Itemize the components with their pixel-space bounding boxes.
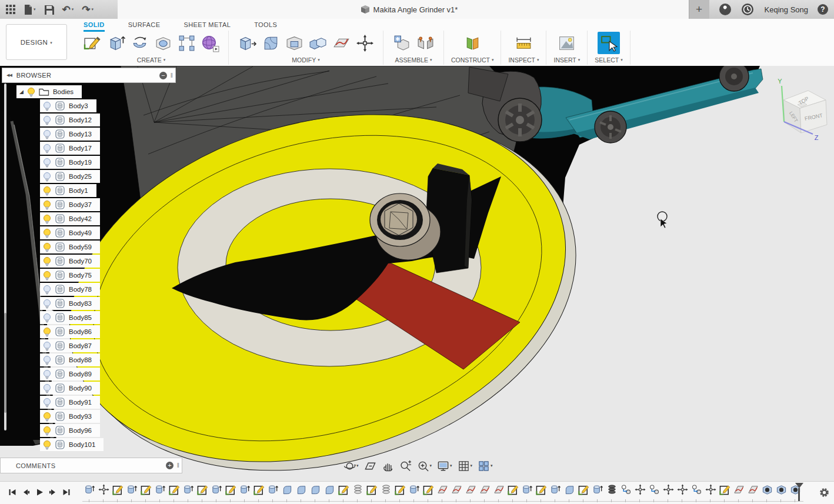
body-name[interactable]: Body89 <box>69 371 92 378</box>
comments-bar[interactable]: COMMENTS + ‖ <box>0 458 182 473</box>
visibility-bulb-icon[interactable] <box>43 172 51 182</box>
user-name[interactable]: Keqing Song <box>754 5 818 14</box>
playback-button[interactable] <box>8 488 16 496</box>
tool-icon[interactable] <box>283 32 305 54</box>
browser-scrollbar-thumb[interactable] <box>4 313 6 413</box>
undo-button[interactable]: ↶▾ <box>62 5 74 15</box>
nav-button[interactable]: ▾ <box>478 460 493 472</box>
body-name[interactable]: Body101 <box>69 441 95 448</box>
tool-icon[interactable] <box>414 32 436 54</box>
nav-button[interactable]: ▾ <box>343 460 359 472</box>
ribbon-tab[interactable]: SHEET METAL <box>184 19 231 30</box>
body-row[interactable]: Body91 <box>40 396 100 409</box>
timeline-feature[interactable] <box>308 483 322 503</box>
timeline-feature[interactable] <box>746 483 760 503</box>
browser-header[interactable]: ◀◀ BROWSER − ‖ <box>2 68 176 83</box>
visibility-bulb-icon[interactable] <box>43 426 51 436</box>
timeline-feature[interactable] <box>421 483 435 503</box>
nav-button[interactable]: ▾ <box>364 460 376 472</box>
group-dropdown[interactable]: SELECT▾ <box>595 56 622 64</box>
visibility-bulb-icon[interactable] <box>43 101 51 111</box>
timeline-settings-gear-icon[interactable] <box>819 488 830 498</box>
visibility-bulb-icon[interactable] <box>43 383 51 393</box>
group-dropdown[interactable]: MODIFY▾ <box>292 56 319 64</box>
tool-icon[interactable] <box>128 32 151 54</box>
bulb-icon[interactable] <box>27 87 35 97</box>
body-name[interactable]: Body17 <box>69 145 92 152</box>
timeline-feature[interactable] <box>562 483 576 503</box>
body-name[interactable]: Body25 <box>69 173 92 180</box>
timeline-feature[interactable] <box>760 483 774 503</box>
timeline-feature[interactable] <box>718 483 732 503</box>
body-name[interactable]: Body49 <box>69 229 92 236</box>
body-row[interactable]: Body75 <box>40 269 100 282</box>
timeline-feature[interactable] <box>675 483 689 503</box>
timeline-feature[interactable] <box>407 483 421 503</box>
body-row[interactable]: Body88 <box>40 353 100 366</box>
tool-icon[interactable] <box>175 32 198 54</box>
timeline-feature[interactable] <box>463 483 478 503</box>
body-row[interactable]: Body25 <box>40 170 100 183</box>
body-row[interactable]: Body12 <box>40 114 100 126</box>
body-name[interactable]: Body75 <box>69 272 92 279</box>
nav-button[interactable]: ▾ <box>399 460 412 472</box>
visibility-bulb-icon[interactable] <box>43 200 51 210</box>
visibility-bulb-icon[interactable] <box>43 143 51 153</box>
body-row[interactable]: Body59 <box>40 241 100 253</box>
help-icon[interactable]: ? <box>818 4 828 15</box>
group-dropdown[interactable]: ASSEMBLE▾ <box>395 56 432 64</box>
tool-icon[interactable] <box>598 32 620 54</box>
visibility-bulb-icon[interactable] <box>43 271 51 281</box>
group-dropdown[interactable]: INSERT▾ <box>553 56 580 64</box>
tool-icon[interactable] <box>236 32 258 54</box>
body-row[interactable]: Body85 <box>40 311 100 324</box>
save-button[interactable] <box>44 5 54 15</box>
timeline-feature[interactable] <box>266 483 280 503</box>
timeline-feature[interactable] <box>703 483 718 503</box>
tool-icon[interactable] <box>461 32 483 54</box>
body-name[interactable]: Body88 <box>69 356 92 363</box>
tool-icon[interactable] <box>199 32 221 54</box>
body-name[interactable]: Body37 <box>69 201 92 208</box>
body-name[interactable]: Body3 <box>69 102 88 109</box>
body-row[interactable]: Body87 <box>40 339 100 352</box>
timeline-feature[interactable] <box>661 483 675 503</box>
body-row[interactable]: Body93 <box>40 410 100 423</box>
playback-button[interactable] <box>62 488 71 496</box>
body-row[interactable]: Body17 <box>40 142 100 155</box>
visibility-bulb-icon[interactable] <box>43 398 51 408</box>
visibility-bulb-icon[interactable] <box>43 369 51 379</box>
visibility-bulb-icon[interactable] <box>43 412 51 422</box>
timeline-feature[interactable] <box>506 483 520 503</box>
browser-remove-icon[interactable]: − <box>159 72 167 79</box>
visibility-bulb-icon[interactable] <box>43 242 51 252</box>
tool-icon[interactable] <box>105 32 127 54</box>
body-name[interactable]: Body13 <box>69 131 92 138</box>
body-name[interactable]: Body85 <box>69 314 92 321</box>
body-row[interactable]: Body1 <box>40 184 96 197</box>
body-row[interactable]: Body3 <box>40 99 96 112</box>
body-row[interactable]: Body89 <box>40 368 100 380</box>
visibility-bulb-icon[interactable] <box>43 214 51 224</box>
timeline-feature[interactable] <box>111 483 125 503</box>
group-dropdown[interactable]: CONSTRUCT▾ <box>451 56 493 64</box>
timeline-feature[interactable] <box>125 483 139 503</box>
timeline-feature[interactable] <box>520 483 534 503</box>
timeline-feature[interactable] <box>336 483 351 503</box>
visibility-bulb-icon[interactable] <box>43 355 51 365</box>
body-name[interactable]: Body19 <box>69 159 92 166</box>
body-row[interactable]: Body19 <box>40 156 100 169</box>
body-row[interactable]: Body78 <box>40 283 100 296</box>
body-name[interactable]: Body59 <box>69 243 92 251</box>
timeline-feature[interactable] <box>534 483 548 503</box>
visibility-bulb-icon[interactable] <box>43 256 51 266</box>
body-row[interactable]: Body70 <box>40 255 100 268</box>
visibility-bulb-icon[interactable] <box>43 299 51 309</box>
browser-collapse-icon[interactable]: ◀◀ <box>6 73 12 78</box>
file-menu-button[interactable]: ▾ <box>24 5 36 15</box>
timeline-feature[interactable] <box>647 483 661 503</box>
tool-icon[interactable] <box>512 32 535 54</box>
timeline-feature[interactable] <box>209 483 223 503</box>
body-name[interactable]: Body87 <box>69 342 92 349</box>
body-row[interactable]: Body13 <box>40 128 100 141</box>
